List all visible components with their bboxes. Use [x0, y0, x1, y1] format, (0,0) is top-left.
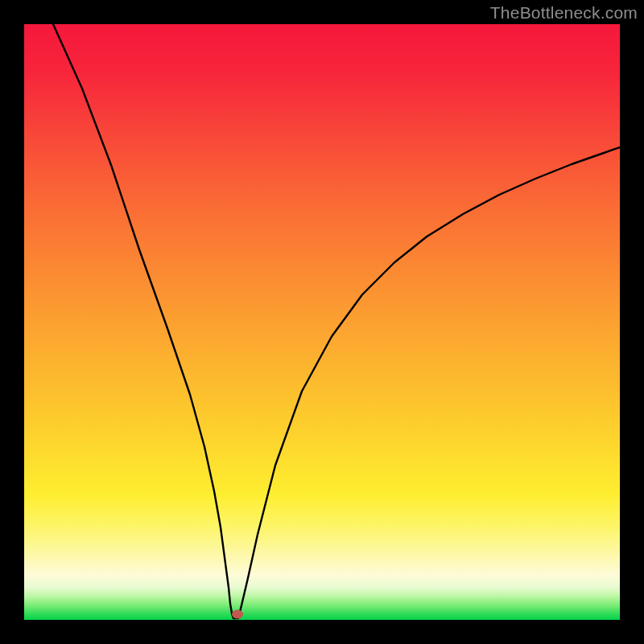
bottleneck-curve — [53, 24, 620, 618]
minimum-marker — [232, 610, 243, 619]
chart-frame: TheBottleneck.com — [0, 0, 644, 644]
watermark-text: TheBottleneck.com — [490, 3, 638, 23]
plot-area — [24, 24, 620, 620]
curve-layer — [24, 24, 620, 620]
